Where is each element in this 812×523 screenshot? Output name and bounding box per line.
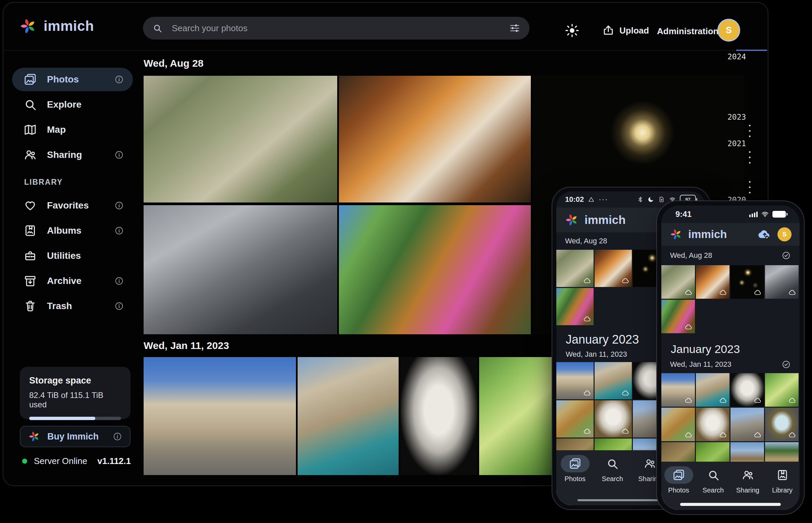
search-icon <box>707 469 720 482</box>
buy-immich-button[interactable]: Buy Immich <box>20 426 131 447</box>
immich-logo[interactable]: immich <box>19 17 94 36</box>
photo-berries[interactable] <box>765 373 799 407</box>
photo-hands[interactable] <box>144 205 337 334</box>
sidebar-item-map[interactable]: Map <box>12 118 133 142</box>
user-avatar[interactable]: S <box>777 227 792 241</box>
cloud-sync-icon <box>622 277 630 285</box>
photo-dinner[interactable] <box>339 76 531 202</box>
search-filters-icon[interactable] <box>509 23 520 34</box>
theme-toggle-button[interactable] <box>564 23 580 38</box>
home-indicator[interactable] <box>680 503 781 506</box>
photo-wall[interactable] <box>730 408 764 441</box>
info-icon[interactable] <box>113 431 122 441</box>
tab-search[interactable]: Search <box>696 466 730 494</box>
info-icon[interactable] <box>114 150 124 160</box>
photo-castle[interactable] <box>661 373 695 407</box>
top-navbar: immich Upload Administration S <box>3 3 768 51</box>
storage-progress-track <box>29 417 121 420</box>
scrubber-year[interactable]: 2021 <box>727 139 758 149</box>
photo-monkeys[interactable] <box>556 250 593 287</box>
immich-flower-icon <box>19 17 38 36</box>
photo-park[interactable] <box>556 288 593 325</box>
scrubber-dots <box>749 181 758 194</box>
scrubber-position-line[interactable] <box>736 50 767 51</box>
search-bar[interactable] <box>143 17 530 39</box>
album-icon <box>23 224 37 237</box>
cellular-signal-icon <box>749 212 758 217</box>
photo-beach[interactable] <box>661 408 695 441</box>
sidebar-item-albums[interactable]: Albums <box>12 219 133 242</box>
info-icon[interactable] <box>114 226 124 236</box>
select-all-check-icon[interactable] <box>781 251 791 260</box>
battery-icon <box>773 211 788 218</box>
scrubber-current-year: 2024 <box>727 52 746 61</box>
photo-fortress[interactable] <box>696 373 729 407</box>
photo-castle[interactable] <box>556 362 593 399</box>
info-icon[interactable] <box>114 200 124 211</box>
photo-grid-aug <box>661 265 799 333</box>
tab-search[interactable]: Search <box>595 455 629 483</box>
photo-bust[interactable] <box>730 373 764 407</box>
photo-castle[interactable] <box>144 357 296 475</box>
scrubber-year[interactable]: 2023 <box>727 113 758 123</box>
user-avatar[interactable]: S <box>718 19 740 41</box>
photo-sculpture[interactable] <box>594 400 632 437</box>
scrubber-dots <box>749 151 758 164</box>
photo-hands[interactable] <box>765 265 799 299</box>
sidebar-item-archive[interactable]: Archive <box>12 269 133 293</box>
photo-dinner[interactable] <box>696 265 729 299</box>
photo-park[interactable] <box>661 300 695 333</box>
upload-label: Upload <box>619 25 649 36</box>
scrubber-dots <box>749 125 758 137</box>
photo-berries[interactable] <box>479 357 558 475</box>
administration-link[interactable]: Administration <box>657 26 719 37</box>
search-icon <box>606 457 619 470</box>
photo-monkeys[interactable] <box>661 265 695 299</box>
photo-monkeys[interactable] <box>144 76 337 202</box>
info-icon[interactable] <box>114 301 124 311</box>
overflow-dots-icon: ··· <box>599 195 608 204</box>
photo-park[interactable] <box>339 205 531 334</box>
phone-mockup-iphone: 9:41 immich S Wed, Aug 28 January 2023 W… <box>656 200 805 515</box>
bluetooth-icon <box>637 196 643 203</box>
sidebar-item-utilities[interactable]: Utilities <box>12 244 133 268</box>
sidebar-main-nav: PhotosExploreMapSharing <box>12 68 133 167</box>
cloud-sync-icon <box>720 397 727 405</box>
sidebar-item-photos[interactable]: Photos <box>12 68 133 91</box>
date-group-row: Wed, Jan 11, 2023 <box>661 356 799 373</box>
photo-beach[interactable] <box>556 400 593 437</box>
heart-icon <box>23 199 37 212</box>
cloud-sync-icon <box>754 397 762 405</box>
wifi-icon <box>761 210 769 218</box>
sidebar-item-sharing[interactable]: Sharing <box>12 143 133 167</box>
photo-fortress[interactable] <box>594 362 632 399</box>
no-sim-icon <box>658 196 665 203</box>
photo-fortress[interactable] <box>298 357 399 475</box>
photo-fireworks[interactable] <box>730 265 764 299</box>
photo-dinner[interactable] <box>594 250 632 287</box>
search-input[interactable] <box>171 23 501 34</box>
sidebar-item-favorites[interactable]: Favorites <box>12 194 133 217</box>
info-icon[interactable] <box>114 276 124 286</box>
sidebar-item-explore[interactable]: Explore <box>12 93 133 116</box>
cloud-sync-icon <box>754 431 762 439</box>
tab-photos[interactable]: Photos <box>662 466 695 494</box>
sidebar-item-trash[interactable]: Trash <box>12 294 133 318</box>
people-icon <box>742 469 754 482</box>
cloud-sync-icon <box>685 289 693 297</box>
server-online-dot <box>22 458 27 464</box>
info-icon[interactable] <box>114 74 124 85</box>
tab-photos[interactable]: Photos <box>558 455 592 483</box>
cloud-sync-icon <box>685 397 693 405</box>
toolbox-icon <box>23 249 37 263</box>
sidebar-section-label: LIBRARY <box>24 178 63 187</box>
select-all-check-icon[interactable] <box>781 360 791 369</box>
tab-sharing[interactable]: Sharing <box>731 466 765 494</box>
do-not-disturb-moon-icon <box>647 196 654 203</box>
photo-bust[interactable] <box>400 357 478 475</box>
photo-trophy[interactable] <box>765 408 799 441</box>
tab-library[interactable]: Library <box>766 466 799 494</box>
upload-button[interactable]: Upload <box>602 23 649 38</box>
photo-sculpture[interactable] <box>696 408 729 441</box>
backup-cloud-icon[interactable] <box>757 227 772 242</box>
